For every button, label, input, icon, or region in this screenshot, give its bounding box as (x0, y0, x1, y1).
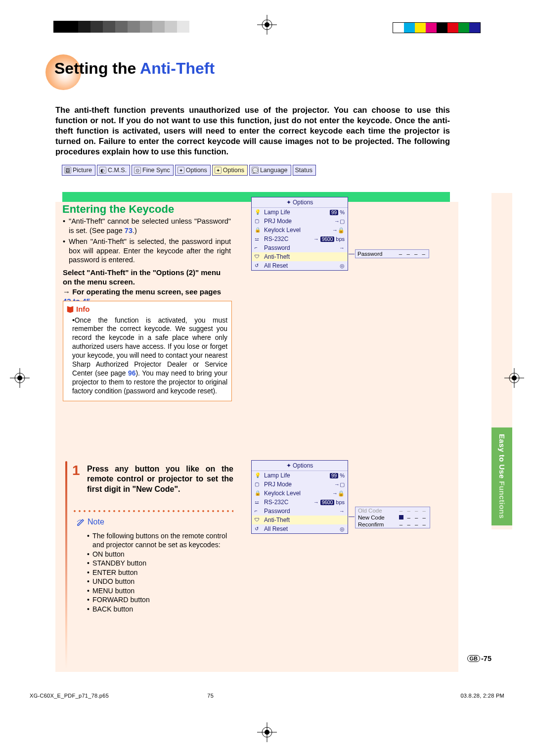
step-gradient-line (65, 461, 67, 669)
osd-label: PRJ Mode (264, 218, 332, 225)
osd-row: 🛡Anti-Theft (252, 516, 348, 524)
osd-value: → 9600 bps (313, 236, 345, 242)
note-item: ON button (87, 550, 233, 559)
osd-row: 🔒Keylock Level→🔒 (252, 489, 348, 498)
osd-value: → (339, 508, 345, 514)
code-value: – – – (399, 515, 427, 520)
osd-value: →▢ (334, 218, 345, 225)
password-box: Password – – – – (355, 249, 429, 258)
osd-row: 💡Lamp Life99 % (252, 471, 348, 480)
code-box: Old Code– – – –New Code – – –Reconfirm– … (355, 507, 430, 528)
osd-label: Password (264, 508, 337, 515)
footer-page: 75 (207, 693, 214, 699)
osd-row: ⚍RS-232C→ 9600 bps (252, 235, 348, 243)
osd-value: →🔒 (332, 227, 345, 234)
tab-icon: 🖼 (64, 167, 71, 174)
section-heading: Entering the Keycode (62, 203, 174, 216)
tab-icon: ✦ (215, 167, 222, 174)
note-item: BACK button (87, 605, 233, 614)
lock-icon: 🔒 (255, 227, 262, 233)
note-items: ON buttonSTANDBY buttonENTER buttonUNDO … (87, 550, 233, 614)
tab-label: C.M.S. (108, 167, 127, 174)
code-row: Old Code– – – – (356, 507, 430, 514)
osd-row: ⌐Password→ (252, 243, 348, 252)
rst-icon: ↺ (255, 263, 262, 269)
menu-tab[interactable]: Status (293, 165, 316, 176)
step-text: Press any button you like on the remote … (87, 464, 233, 494)
page-number: GB -75 (467, 655, 491, 662)
tab-label: Picture (73, 167, 92, 174)
title-blue: Anti-Theft (140, 59, 215, 77)
menu-tab[interactable]: ◐C.M.S. (97, 165, 130, 176)
th-icon: 🛡 (255, 254, 262, 260)
menu-tab[interactable]: ✦Options (212, 165, 248, 176)
osd-label: Keylock Level (264, 490, 330, 497)
note-item: MENU button (87, 586, 233, 595)
prj-icon: ▢ (255, 481, 262, 487)
tab-icon: ◐ (99, 167, 106, 174)
menu-tab[interactable]: ✦Options (175, 165, 211, 176)
osd-row: ▢PRJ Mode→▢ (252, 480, 348, 489)
book-icon (66, 305, 74, 313)
osd-value: 99 % (330, 472, 345, 478)
th-icon: 🛡 (255, 517, 262, 523)
tab-icon: 💬 (252, 167, 259, 174)
registration-mark-icon (10, 368, 30, 388)
key-icon: ⌐ (255, 508, 262, 514)
osd-value: 99 % (330, 209, 345, 215)
section-tab: Easy to Use Functions (491, 427, 512, 525)
osd-row: 💡Lamp Life99 % (252, 208, 348, 217)
osd-row: ↺All Reset◎ (252, 524, 348, 533)
lamp-icon: 💡 (255, 209, 262, 215)
osd-row: ↺All Reset◎ (252, 261, 348, 270)
note-item: STANDBY button (87, 559, 233, 567)
menu-tab[interactable]: ⊙Fine Sync (132, 165, 174, 176)
page-title-wrap: Setting the Anti-Theft (54, 59, 215, 78)
dotted-divider (72, 510, 233, 513)
bullet-item: "Anti-Theft" cannot be selected unless "… (63, 217, 231, 235)
osd-label: All Reset (264, 525, 337, 532)
note-intro: The following buttons on the remote cont… (87, 531, 233, 550)
osd-label: RS-232C (264, 499, 311, 506)
prj-icon: ▢ (255, 218, 262, 224)
footer-time: 03.8.28, 2:28 PM (460, 693, 504, 699)
osd-panel-2: ✦ Options 💡Lamp Life99 %▢PRJ Mode→▢🔒Keyl… (251, 460, 348, 534)
lock-icon: 🔒 (255, 490, 262, 496)
osd-label: Password (264, 244, 337, 251)
key-icon: ⌐ (255, 245, 262, 251)
menu-tab[interactable]: 🖼Picture (62, 165, 95, 176)
code-label: New Code (358, 515, 385, 520)
osd-header: ✦ Options (252, 461, 348, 471)
osd-row: ⌐Password→ (252, 507, 348, 516)
side-tab-text-a: Easy to Use (498, 434, 506, 481)
osd-value: → 9600 bps (313, 499, 345, 505)
tab-label: Status (295, 167, 312, 174)
step-number: 1 (72, 463, 80, 478)
code-row: New Code – – – (356, 514, 430, 521)
osd-value: ◎ (340, 526, 345, 532)
osd-row: ▢PRJ Mode→▢ (252, 217, 348, 226)
osd-label: Anti-Theft (264, 517, 342, 523)
title-black: Setting the (54, 59, 140, 77)
osd-row: 🔒Keylock Level→🔒 (252, 226, 348, 235)
code-value: – – – – (400, 521, 427, 527)
registration-mark-icon (257, 15, 277, 35)
note-body: The following buttons on the remote cont… (87, 531, 233, 614)
rst-icon: ↺ (255, 526, 262, 532)
osd-value: →▢ (334, 481, 345, 488)
osd-label: Anti-Theft (264, 253, 342, 260)
osd-row: 🛡Anti-Theft (252, 252, 348, 261)
tab-icon: ⊙ (134, 167, 141, 174)
info-box: Info •Once the function is activated, yo… (63, 301, 232, 401)
select-line-1: Select "Anti-Theft" in the "Options (2)"… (63, 268, 231, 287)
tab-label: Fine Sync (142, 167, 170, 174)
connector-line (349, 254, 355, 254)
password-value: – – – – (399, 251, 427, 257)
osd-value: → (339, 245, 345, 251)
note-label: Note (77, 518, 104, 526)
menu-tab[interactable]: 💬Language (249, 165, 291, 176)
osd-panel-1: ✦ Options 💡Lamp Life99 %▢PRJ Mode→▢🔒Keyl… (251, 197, 348, 271)
osd-label: Lamp Life (264, 472, 327, 479)
intro-paragraph: The anti-theft function prevents unautho… (55, 105, 450, 157)
note-item: ENTER button (87, 568, 233, 577)
